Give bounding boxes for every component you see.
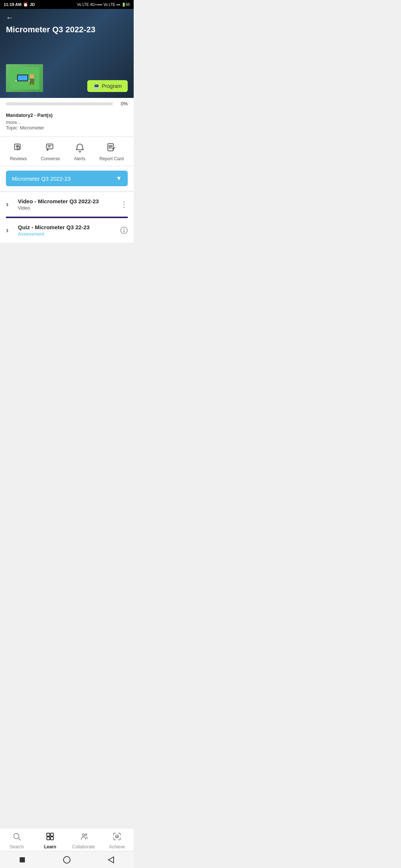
progress-percent: 0% <box>117 101 128 106</box>
time-display: 11:19 AM <box>4 2 22 7</box>
program-icon: 💻 <box>93 83 100 89</box>
quiz-item-subtitle: Assessment <box>18 231 116 237</box>
svg-rect-3 <box>18 75 27 80</box>
converse-icon <box>46 143 55 155</box>
dropdown-arrow-icon: ▼ <box>116 175 122 182</box>
status-left: 11:19 AM ⏰ JD <box>4 2 35 7</box>
alerts-label: Alerts <box>74 156 85 161</box>
icons-row: Reviews Converse Alerts <box>0 137 134 166</box>
report-card-label: Report Card <box>100 156 124 161</box>
status-bar: 11:19 AM ⏰ JD Vo LTE 4G+▪▪▪▪ Vo LTE ▪▪▪ … <box>0 0 134 9</box>
svg-rect-6 <box>30 82 32 85</box>
hero-thumbnail <box>6 64 43 92</box>
status-right: Vo LTE 4G+▪▪▪▪ Vo LTE ▪▪▪ 🔋65 <box>77 3 130 7</box>
svg-marker-9 <box>17 146 20 150</box>
converse-icon-item[interactable]: Converse <box>41 143 60 161</box>
video-item-subtitle: Video <box>18 205 116 211</box>
course-dropdown[interactable]: Micrometer Q3 2022-23 ▼ <box>6 171 128 186</box>
alerts-icon <box>75 143 85 155</box>
hero-title: Micrometer Q3 2022-23 <box>6 25 128 34</box>
program-label: Program <box>102 83 122 89</box>
content-area: Mandatory2 - Part(s) more... Topic: Micr… <box>0 109 134 287</box>
quiz-item-text: Quiz - Micrometer Q3 22-23 Assessment <box>18 224 116 237</box>
topic-line: Topic: Micrometer <box>6 125 128 131</box>
reviews-icon-item[interactable]: Reviews <box>10 143 27 161</box>
hero-bottom: 💻 Program <box>6 64 128 92</box>
quiz-chevron-icon: › <box>6 226 13 235</box>
quiz-info-icon[interactable]: ⓘ <box>120 226 128 236</box>
video-menu-icon[interactable]: ⋮ <box>120 200 128 209</box>
battery-display: 🔋65 <box>121 3 130 7</box>
progress-bar-container <box>6 102 113 105</box>
reviews-icon <box>14 143 23 155</box>
hero-section: ← Micrometer Q3 2022-23 <box>0 9 134 98</box>
back-button[interactable]: ← <box>6 13 17 22</box>
dropdown-label: Micrometer Q3 2022-23 <box>12 175 71 182</box>
svg-rect-7 <box>32 82 34 85</box>
video-item-text: Video - Micrometer Q3 2022-23 Video <box>18 198 116 211</box>
thumbnail-inner <box>6 64 43 92</box>
video-item-title: Video - Micrometer Q3 2022-23 <box>18 198 116 204</box>
user-initials: JD <box>30 2 35 7</box>
alarm-icon: ⏰ <box>23 2 28 7</box>
alerts-icon-item[interactable]: Alerts <box>74 143 85 161</box>
quiz-item-title: Quiz - Micrometer Q3 22-23 <box>18 224 116 230</box>
mandatory-label: Mandatory2 - Part(s) <box>6 112 128 118</box>
svg-rect-11 <box>108 144 114 151</box>
reviews-label: Reviews <box>10 156 27 161</box>
video-content-item[interactable]: › Video - Micrometer Q3 2022-23 Video ⋮ <box>0 192 134 217</box>
more-link[interactable]: more... <box>6 119 128 125</box>
converse-label: Converse <box>41 156 60 161</box>
svg-rect-10 <box>46 144 53 149</box>
video-chevron-icon: › <box>6 200 13 209</box>
signal-icon: Vo LTE 4G+▪▪▪▪ Vo LTE ▪▪▪ <box>77 3 120 7</box>
report-card-icon <box>107 143 116 155</box>
dropdown-section: Micrometer Q3 2022-23 ▼ <box>0 166 134 191</box>
program-button[interactable]: 💻 Program <box>87 80 128 92</box>
progress-section: 0% <box>0 98 134 109</box>
quiz-content-item[interactable]: › Quiz - Micrometer Q3 22-23 Assessment … <box>0 218 134 243</box>
svg-point-4 <box>30 74 34 79</box>
report-card-icon-item[interactable]: Report Card <box>100 143 124 161</box>
thumbnail-illustration <box>10 67 39 89</box>
mandatory-section: Mandatory2 - Part(s) more... Topic: Micr… <box>0 109 134 137</box>
content-list: › Video - Micrometer Q3 2022-23 Video ⋮ … <box>0 192 134 243</box>
